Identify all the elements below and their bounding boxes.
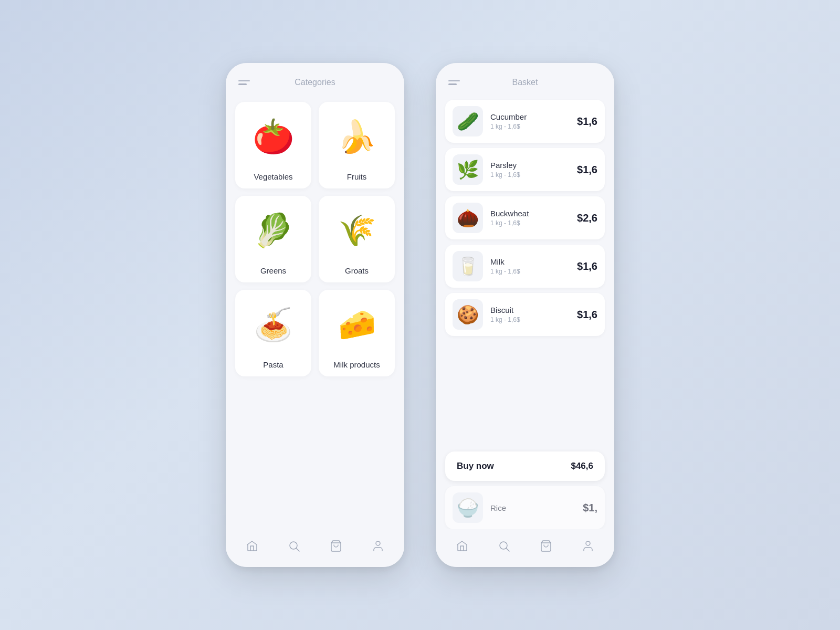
cucumber-image: 🥒: [453, 106, 483, 136]
fruits-image: 🍌: [331, 110, 383, 163]
svg-point-4: [500, 542, 507, 549]
nav-profile-icon[interactable]: [369, 537, 387, 555]
category-vegetables[interactable]: 🍅 Vegetables: [235, 102, 311, 188]
svg-line-1: [297, 549, 300, 552]
basket-item-buckwheat[interactable]: 🌰 Buckwheat 1 kg - 1,6$ $2,6: [445, 196, 605, 239]
basket-nav-home-icon[interactable]: [453, 537, 471, 555]
categories-phone: Categories 🍅 Vegetables 🍌 Fruits 🥬 Green…: [226, 63, 404, 567]
basket-item-parsley[interactable]: 🌿 Parsley 1 kg - 1,6$ $1,6: [445, 148, 605, 191]
biscuit-sub: 1 kg - 1,6$: [490, 316, 570, 323]
biscuit-price: $1,6: [577, 309, 597, 321]
nav-home-icon[interactable]: [243, 537, 261, 555]
buckwheat-image: 🌰: [453, 203, 483, 233]
menu-icon[interactable]: [238, 80, 250, 85]
cucumber-price: $1,6: [577, 116, 597, 128]
cucumber-sub: 1 kg - 1,6$: [490, 123, 570, 130]
svg-point-3: [376, 541, 380, 545]
buckwheat-price: $2,6: [577, 212, 597, 224]
buckwheat-info: Buckwheat 1 kg - 1,6$: [490, 209, 570, 227]
basket-title: Basket: [512, 78, 538, 87]
category-groats[interactable]: 🌾 Groats: [319, 196, 395, 282]
buy-now-label: Buy now: [457, 461, 494, 471]
parsley-name: Parsley: [490, 161, 570, 170]
svg-line-5: [507, 549, 510, 552]
milk-sub: 1 kg - 1,6$: [490, 268, 570, 275]
basket-nav-search-icon[interactable]: [495, 537, 513, 555]
basket-item-rice[interactable]: 🍚 Rice $1,: [445, 486, 605, 529]
category-milk-products[interactable]: 🧀 Milk products: [319, 290, 395, 376]
nav-cart-icon[interactable]: [327, 537, 345, 555]
basket-nav-profile-icon[interactable]: [579, 537, 597, 555]
svg-point-0: [290, 542, 297, 549]
biscuit-image: 🍪: [453, 299, 483, 330]
buckwheat-name: Buckwheat: [490, 209, 570, 218]
basket-header: Basket: [436, 63, 614, 96]
category-pasta[interactable]: 🍝 Pasta: [235, 290, 311, 376]
parsley-sub: 1 kg - 1,6$: [490, 171, 570, 178]
category-fruits[interactable]: 🍌 Fruits: [319, 102, 395, 188]
categories-grid-container: 🍅 Vegetables 🍌 Fruits 🥬 Greens 🌾 Groats …: [226, 96, 404, 529]
nav-search-icon[interactable]: [285, 537, 303, 555]
categories-bottom-nav: [226, 529, 404, 567]
rice-image: 🍚: [453, 492, 483, 523]
parsley-info: Parsley 1 kg - 1,6$: [490, 161, 570, 178]
buckwheat-sub: 1 kg - 1,6$: [490, 219, 570, 227]
basket-content: 🥒 Cucumber 1 kg - 1,6$ $1,6 🌿 Parsley 1 …: [436, 96, 614, 529]
svg-point-7: [586, 541, 590, 545]
fruits-label: Fruits: [347, 172, 367, 181]
basket-item-milk[interactable]: 🥛 Milk 1 kg - 1,6$ $1,6: [445, 245, 605, 288]
cucumber-name: Cucumber: [490, 112, 570, 121]
basket-nav-cart-icon[interactable]: [537, 537, 555, 555]
milk-products-label: Milk products: [333, 360, 380, 369]
basket-menu-icon[interactable]: [448, 80, 460, 85]
basket-item-biscuit[interactable]: 🍪 Biscuit 1 kg - 1,6$ $1,6: [445, 293, 605, 336]
greens-image: 🥬: [247, 204, 300, 257]
buy-now-bar[interactable]: Buy now $46,6: [445, 452, 605, 481]
basket-phone: Basket 🥒 Cucumber 1 kg - 1,6$ $1,6 🌿 Par…: [436, 63, 614, 567]
buy-total: $46,6: [571, 461, 593, 471]
rice-price: $1,: [583, 502, 597, 514]
rice-info: Rice: [490, 503, 575, 512]
biscuit-name: Biscuit: [490, 306, 570, 314]
groats-image: 🌾: [331, 204, 383, 257]
biscuit-info: Biscuit 1 kg - 1,6$: [490, 306, 570, 323]
categories-grid: 🍅 Vegetables 🍌 Fruits 🥬 Greens 🌾 Groats …: [235, 102, 395, 376]
parsley-price: $1,6: [577, 164, 597, 176]
basket-item-cucumber[interactable]: 🥒 Cucumber 1 kg - 1,6$ $1,6: [445, 100, 605, 143]
milk-image: 🥛: [453, 251, 483, 281]
vegetables-image: 🍅: [247, 110, 300, 163]
categories-header: Categories: [226, 63, 404, 96]
groats-label: Groats: [345, 266, 369, 275]
milk-products-image: 🧀: [331, 298, 383, 351]
milk-info: Milk 1 kg - 1,6$: [490, 257, 570, 275]
pasta-label: Pasta: [263, 360, 283, 369]
milk-name: Milk: [490, 257, 570, 266]
category-greens[interactable]: 🥬 Greens: [235, 196, 311, 282]
greens-label: Greens: [260, 266, 286, 275]
parsley-image: 🌿: [453, 154, 483, 185]
vegetables-label: Vegetables: [254, 172, 292, 181]
milk-price: $1,6: [577, 260, 597, 272]
rice-name: Rice: [490, 503, 575, 512]
basket-bottom-nav: [436, 529, 614, 567]
categories-title: Categories: [295, 78, 335, 87]
pasta-image: 🍝: [247, 298, 300, 351]
basket-list: 🥒 Cucumber 1 kg - 1,6$ $1,6 🌿 Parsley 1 …: [436, 96, 614, 446]
cucumber-info: Cucumber 1 kg - 1,6$: [490, 112, 570, 130]
